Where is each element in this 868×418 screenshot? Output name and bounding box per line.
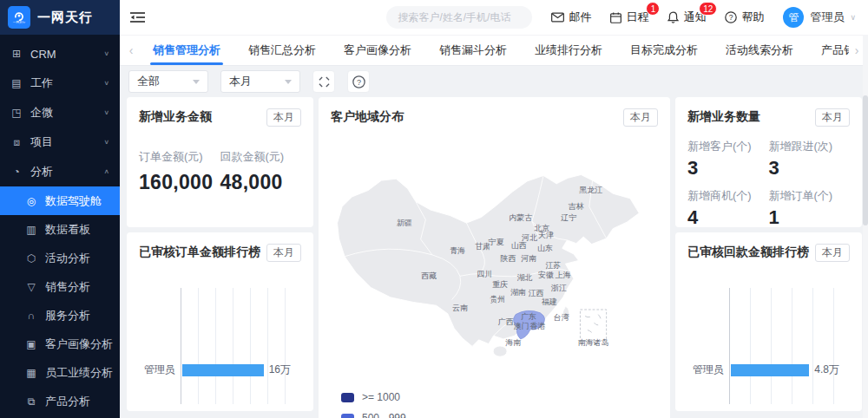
tab-活动线索分析[interactable]: 活动线索分析 (712, 36, 807, 65)
sidebar-subitem-服务分析[interactable]: ∩服务分析 (0, 301, 120, 330)
calendar-icon (610, 12, 621, 23)
mail-icon (551, 12, 564, 23)
map-label-黑龙江: 黑龙江 (579, 186, 602, 194)
mail-button[interactable]: 邮件 (551, 10, 591, 25)
sidebar-subitem-销售分析[interactable]: ▽销售分析 (0, 272, 120, 301)
new-amount-stats: 订单金额(元)160,000回款金额(元)48,000 (139, 149, 301, 194)
stat-value: 48,000 (220, 171, 302, 194)
chevron-down-icon (193, 80, 200, 84)
stat-回款金额(元): 回款金额(元)48,000 (220, 149, 302, 194)
order-rank-bar-chart: 管理员 16万 (139, 288, 301, 394)
dashboard-help-button[interactable]: ? (347, 70, 370, 93)
stat-value: 4 (687, 206, 769, 229)
tab-客户画像分析[interactable]: 客户画像分析 (330, 36, 425, 65)
tab-销售管理分析[interactable]: 销售管理分析 (139, 36, 234, 65)
map-label-陕西: 陕西 (501, 254, 516, 263)
brand-logo-mini-text: 一网天行 (13, 21, 25, 24)
legend-item-500---999: 500 - 999 (341, 412, 658, 418)
sidebar-item-label: 分析 (30, 164, 53, 180)
stat-value: 1 (769, 206, 851, 229)
notification-badge: 12 (699, 2, 717, 16)
map-label-四川: 四川 (477, 270, 492, 278)
tab-业绩排行分析[interactable]: 业绩排行分析 (521, 36, 616, 65)
sidebar-subitem-数据看板[interactable]: ▥数据看板 (0, 215, 120, 244)
sidebar-item-label: 企微 (30, 105, 53, 121)
sidebar-subitem-客户画像分析[interactable]: ▣客户画像分析 (0, 330, 120, 358)
sidebar-item-CRM[interactable]: ⊞CRM∨ (0, 39, 120, 69)
user-menu[interactable]: 管 管理员 ∨ (783, 7, 856, 28)
sidebar-item-企微[interactable]: ◳企微∨ (0, 98, 120, 127)
map-label-江苏: 江苏 (545, 261, 561, 270)
bar-value-label: 16万 (269, 362, 291, 377)
legend-item->=-1000: >= 1000 (341, 391, 658, 403)
period-badge[interactable]: 本月 (623, 108, 658, 127)
stat-label: 新增商机(个) (687, 188, 769, 204)
sidebar-subitem-产品分析[interactable]: ⧉产品分析 (0, 387, 120, 415)
map-label-甘肃: 甘肃 (475, 242, 490, 251)
sidebar-subitem-label: 数据看板 (45, 222, 90, 238)
brand-logo[interactable]: 一网天行 一网天行 (0, 0, 120, 35)
map-label-西藏: 西藏 (421, 271, 437, 280)
china-map[interactable]: 新疆青海西藏云南宁夏甘肃内蒙古黑龙江吉林辽宁北京天津河北山西山东陕西河南江苏安徽… (331, 137, 658, 382)
page-scrollbar[interactable] (863, 35, 868, 418)
sidebar-item-分析[interactable]: ◔分析∧ (0, 157, 120, 186)
app-root: 一网天行 一网天行 ⊞CRM∨▤工作∨◳企微∨⧈项目∨◔分析∧◎数据驾驶舱▥数据… (0, 0, 868, 418)
employee-performance-icon: ▦ (25, 367, 37, 379)
product-analysis-icon: ⧉ (25, 395, 37, 408)
tab-产品销量分析[interactable]: 产品销量分析 (807, 36, 849, 65)
svg-text:?: ? (356, 77, 360, 86)
stat-新增商机(个): 新增商机(个)4 (687, 188, 769, 229)
sidebar-item-工作[interactable]: ▤工作∨ (0, 69, 120, 98)
help-label: 帮助 (741, 10, 764, 25)
map-label-浙江: 浙江 (550, 284, 567, 292)
stat-label: 新增客户(个) (687, 139, 769, 154)
fullscreen-button[interactable] (312, 70, 335, 93)
chevron-down-icon: ∨ (850, 13, 856, 22)
tab-销售漏斗分析[interactable]: 销售漏斗分析 (425, 36, 521, 65)
scrollbar-thumb[interactable] (863, 95, 868, 225)
chart-plot-area: 16万 (181, 288, 291, 404)
card-title: 客户地域分布 (331, 109, 404, 125)
sidebar-subitem-员工业绩分析[interactable]: ▦员工业绩分析 (0, 358, 120, 387)
period-badge[interactable]: 本月 (815, 108, 850, 127)
period-badge[interactable]: 本月 (266, 244, 301, 262)
new-count-stats: 新增客户(个)3新增跟进(次)3新增商机(个)4新增订单(个)1 (687, 139, 850, 229)
card-new-business-count: 新增业务数量 本月 新增客户(个)3新增跟进(次)3新增商机(个)4新增订单(个… (675, 97, 862, 227)
notification-button[interactable]: 通知 12 (667, 10, 706, 25)
help-button[interactable]: ? 帮助 (725, 10, 764, 25)
chevron-down-icon: ∨ (103, 109, 109, 116)
sidebar-subitem-数据驾驶舱[interactable]: ◎数据驾驶舱 (0, 186, 120, 215)
period-badge[interactable]: 本月 (266, 108, 301, 127)
china-landmass: 新疆青海西藏云南宁夏甘肃内蒙古黑龙江吉林辽宁北京天津河北山西山东陕西河南江苏安徽… (338, 174, 640, 356)
south-china-sea-inset (580, 310, 606, 341)
scope-select-value: 全部 (137, 74, 160, 89)
map-label-湖北: 湖北 (516, 273, 532, 282)
period-select[interactable]: 本月 (220, 70, 300, 93)
sidebar-subitem-活动分析[interactable]: ⬡活动分析 (0, 244, 120, 272)
map-label-上海: 上海 (556, 271, 571, 279)
dashboard-grid: 新增业务金额 本月 订单金额(元)160,000回款金额(元)48,000 客户… (120, 97, 868, 418)
card-title: 已审核订单金额排行榜 (139, 245, 260, 260)
map-label-广东: 广东 (521, 312, 536, 321)
collapse-sidebar-icon[interactable] (130, 11, 145, 23)
bar-admin[interactable] (182, 364, 264, 376)
user-avatar: 管 (783, 7, 804, 28)
calendar-button[interactable]: 日程 1 (610, 10, 648, 25)
period-badge[interactable]: 本月 (815, 244, 850, 262)
sidebar-subitem-label: 服务分析 (45, 308, 90, 323)
tab-目标完成分析[interactable]: 目标完成分析 (616, 36, 712, 65)
analysis-tabbar: ‹ 销售管理分析销售汇总分析客户画像分析销售漏斗分析业绩排行分析目标完成分析活动… (120, 35, 868, 66)
sidebar-item-项目[interactable]: ⧈项目∨ (0, 127, 120, 157)
tab-销售汇总分析[interactable]: 销售汇总分析 (234, 36, 330, 65)
chevron-up-icon: ∧ (103, 168, 109, 175)
sidebar-item-label: 项目 (30, 134, 53, 150)
bar-category-label: 管理员 (687, 362, 724, 377)
legend-label: >= 1000 (362, 391, 400, 403)
tabs-scroll-left-icon[interactable]: ‹ (123, 43, 139, 57)
scope-select[interactable]: 全部 (128, 70, 208, 93)
search-input[interactable] (386, 6, 532, 29)
bar-admin[interactable] (731, 364, 809, 376)
map-label-新疆: 新疆 (397, 219, 412, 227)
sidebar-subitem-label: 客户画像分析 (45, 336, 113, 352)
map-label-江西: 江西 (529, 289, 544, 297)
